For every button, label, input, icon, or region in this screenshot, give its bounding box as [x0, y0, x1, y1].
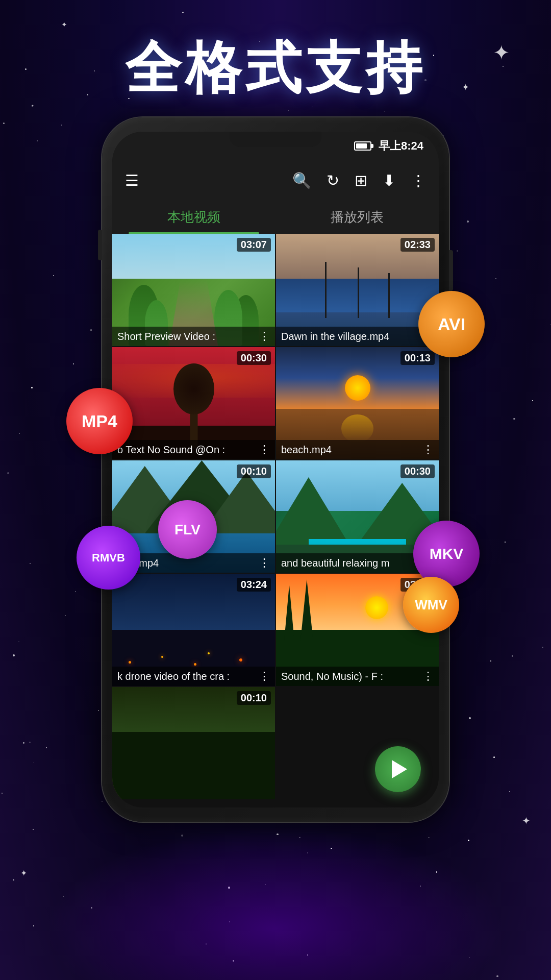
video-menu-4[interactable]: ⋮	[422, 443, 434, 456]
more-icon[interactable]: ⋮	[411, 172, 426, 189]
sparkle-star-5: ✦	[20, 868, 27, 878]
video-title-text-3: o Text No Sound @On :	[117, 444, 257, 456]
video-title-text-4: beach.mp4	[281, 444, 420, 456]
video-title-text-2: Dawn in the village.mp4	[281, 331, 420, 342]
video-item-9[interactable]: 00:10	[112, 687, 275, 799]
sparkle-star-3: ✦	[61, 20, 67, 29]
tabs-bar: 本地视频 播放列表	[112, 201, 439, 234]
video-title-bar-7: k drone video of the cra : ⋮	[112, 667, 275, 686]
video-title-bar-4: beach.mp4 ⋮	[276, 440, 439, 459]
status-icons: 早上8:24	[354, 138, 423, 154]
badge-mkv: MKV	[413, 521, 480, 587]
video-item-2[interactable]: 02:33 Dawn in the village.mp4 ⋮	[276, 234, 439, 346]
video-menu-8[interactable]: ⋮	[422, 670, 434, 683]
phone-screen: 早上8:24 ☰ 🔍 ↻ ⊞ ⬇ ⋮ 本地视频 播放列表	[112, 132, 439, 807]
app-bar: ☰ 🔍 ↻ ⊞ ⬇ ⋮	[112, 160, 439, 201]
video-menu-7[interactable]: ⋮	[259, 670, 270, 683]
badge-avi: AVI	[418, 291, 485, 357]
video-duration-6: 00:30	[400, 464, 435, 478]
video-duration-2: 02:33	[400, 238, 435, 252]
video-menu-3[interactable]: ⋮	[259, 443, 270, 456]
play-icon	[392, 760, 407, 778]
video-title-bar-1: Short Preview Video : ⋮	[112, 327, 275, 346]
video-item-7[interactable]: 03:24 k drone video of the cra : ⋮	[112, 574, 275, 686]
tab-local-videos[interactable]: 本地视频	[112, 201, 276, 234]
video-duration-5: 00:10	[237, 464, 271, 478]
video-item-1[interactable]: 03:07 Short Preview Video : ⋮	[112, 234, 275, 346]
refresh-icon[interactable]: ↻	[327, 172, 339, 189]
video-title-text-7: k drone video of the cra :	[117, 671, 257, 682]
phone-notch	[230, 132, 321, 147]
video-duration-3: 00:30	[237, 351, 271, 365]
grid-icon[interactable]: ⊞	[355, 172, 367, 189]
video-item-4[interactable]: 00:13 beach.mp4 ⋮	[276, 347, 439, 459]
badge-flv: FLV	[158, 500, 217, 559]
video-duration-4: 00:13	[400, 351, 435, 365]
video-title-bar-3: o Text No Sound @On : ⋮	[112, 440, 275, 459]
tab-playlist[interactable]: 播放列表	[276, 201, 439, 234]
search-icon[interactable]: 🔍	[292, 172, 311, 189]
download-icon[interactable]: ⬇	[383, 172, 395, 189]
video-duration-1: 03:07	[237, 238, 271, 252]
battery-icon	[354, 141, 371, 151]
video-title-bar-2: Dawn in the village.mp4 ⋮	[276, 327, 439, 346]
phone-body: 早上8:24 ☰ 🔍 ↻ ⊞ ⬇ ⋮ 本地视频 播放列表	[102, 117, 449, 822]
menu-icon[interactable]: ☰	[125, 172, 139, 189]
video-menu-1[interactable]: ⋮	[259, 330, 270, 343]
status-time: 早上8:24	[379, 138, 423, 154]
video-title-text-6: and beautiful relaxing m	[281, 557, 420, 569]
video-item-3[interactable]: 00:30 o Text No Sound @On : ⋮	[112, 347, 275, 459]
video-menu-5[interactable]: ⋮	[259, 556, 270, 570]
badge-mp4: MP4	[66, 388, 133, 454]
video-title-text-8: Sound, No Music) - F :	[281, 671, 420, 682]
video-duration-9: 00:10	[237, 691, 271, 705]
video-duration-7: 03:24	[237, 578, 271, 592]
video-title-text-1: Short Preview Video :	[117, 331, 257, 342]
badge-wmv: WMV	[403, 577, 459, 633]
phone-mockup: 早上8:24 ☰ 🔍 ↻ ⊞ ⬇ ⋮ 本地视频 播放列表	[102, 117, 449, 822]
page-title: 全格式支持	[0, 31, 551, 107]
planet-glow	[46, 827, 505, 980]
video-title-bar-8: Sound, No Music) - F : ⋮	[276, 667, 439, 686]
badge-rmvb: RMVB	[77, 526, 140, 590]
fab-play-button[interactable]	[375, 746, 421, 792]
sparkle-star-6: ✦	[522, 815, 531, 827]
